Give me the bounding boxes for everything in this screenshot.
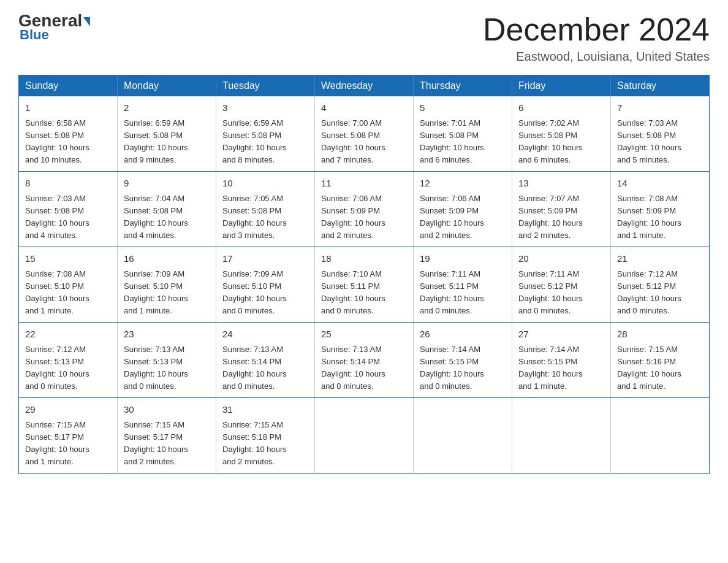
day-info: Sunrise: 6:58 AMSunset: 5:08 PMDaylight:… [25, 117, 111, 167]
day-number: 19 [420, 252, 506, 266]
day-of-week-header: Wednesday [315, 75, 414, 97]
calendar-day-cell: 12Sunrise: 7:06 AMSunset: 5:09 PMDayligh… [414, 172, 512, 247]
calendar-day-cell: 24Sunrise: 7:13 AMSunset: 5:14 PMDayligh… [216, 323, 315, 398]
calendar-day-cell: 10Sunrise: 7:05 AMSunset: 5:08 PMDayligh… [216, 172, 315, 247]
day-of-week-header: Thursday [414, 75, 512, 97]
calendar-week-row: 29Sunrise: 7:15 AMSunset: 5:17 PMDayligh… [19, 398, 710, 473]
calendar-day-cell [414, 398, 512, 473]
calendar-table: SundayMondayTuesdayWednesdayThursdayFrid… [18, 75, 710, 473]
calendar-day-cell: 18Sunrise: 7:10 AMSunset: 5:11 PMDayligh… [315, 247, 414, 323]
day-number: 5 [420, 101, 506, 115]
calendar-day-cell: 20Sunrise: 7:11 AMSunset: 5:12 PMDayligh… [512, 247, 611, 323]
calendar-day-cell: 11Sunrise: 7:06 AMSunset: 5:09 PMDayligh… [315, 172, 414, 247]
day-info: Sunrise: 7:10 AMSunset: 5:11 PMDaylight:… [321, 268, 407, 318]
calendar-week-row: 8Sunrise: 7:03 AMSunset: 5:08 PMDaylight… [19, 172, 710, 247]
day-number: 20 [518, 252, 604, 266]
day-number: 29 [25, 403, 111, 417]
day-info: Sunrise: 7:13 AMSunset: 5:14 PMDaylight:… [222, 343, 308, 393]
day-number: 11 [321, 177, 407, 191]
day-info: Sunrise: 7:15 AMSunset: 5:17 PMDaylight:… [124, 419, 210, 469]
calendar-day-cell: 6Sunrise: 7:02 AMSunset: 5:08 PMDaylight… [512, 96, 611, 172]
day-info: Sunrise: 7:00 AMSunset: 5:08 PMDaylight:… [321, 117, 407, 167]
calendar-day-cell: 29Sunrise: 7:15 AMSunset: 5:17 PMDayligh… [19, 398, 118, 473]
calendar-day-cell: 27Sunrise: 7:14 AMSunset: 5:15 PMDayligh… [512, 323, 611, 398]
calendar-day-cell: 1Sunrise: 6:58 AMSunset: 5:08 PMDaylight… [19, 96, 118, 172]
calendar-day-cell: 26Sunrise: 7:14 AMSunset: 5:15 PMDayligh… [414, 323, 512, 398]
day-info: Sunrise: 7:02 AMSunset: 5:08 PMDaylight:… [518, 117, 604, 167]
calendar-day-cell: 3Sunrise: 6:59 AMSunset: 5:08 PMDaylight… [216, 96, 315, 172]
page-header: General Blue December 2024 Eastwood, Lou… [18, 12, 710, 64]
day-of-week-header: Saturday [611, 75, 710, 97]
calendar-day-cell: 14Sunrise: 7:08 AMSunset: 5:09 PMDayligh… [611, 172, 710, 247]
calendar-week-row: 15Sunrise: 7:08 AMSunset: 5:10 PMDayligh… [19, 247, 710, 323]
calendar-day-cell: 23Sunrise: 7:13 AMSunset: 5:13 PMDayligh… [118, 323, 216, 398]
calendar-day-cell [611, 398, 710, 473]
day-info: Sunrise: 7:06 AMSunset: 5:09 PMDaylight:… [420, 193, 506, 242]
day-info: Sunrise: 7:06 AMSunset: 5:09 PMDaylight:… [321, 193, 407, 242]
logo: General Blue [18, 12, 90, 43]
day-info: Sunrise: 7:05 AMSunset: 5:08 PMDaylight:… [222, 193, 308, 242]
day-number: 31 [222, 403, 308, 417]
day-number: 9 [124, 177, 210, 191]
day-info: Sunrise: 7:13 AMSunset: 5:13 PMDaylight:… [124, 343, 210, 393]
calendar-day-cell: 17Sunrise: 7:09 AMSunset: 5:10 PMDayligh… [216, 247, 315, 323]
day-number: 4 [321, 101, 407, 115]
calendar-day-cell: 9Sunrise: 7:04 AMSunset: 5:08 PMDaylight… [118, 172, 216, 247]
day-number: 26 [420, 327, 506, 342]
day-number: 23 [124, 327, 210, 342]
day-info: Sunrise: 6:59 AMSunset: 5:08 PMDaylight:… [222, 117, 308, 167]
day-info: Sunrise: 7:03 AMSunset: 5:08 PMDaylight:… [617, 117, 703, 167]
day-info: Sunrise: 7:11 AMSunset: 5:11 PMDaylight:… [420, 268, 506, 318]
calendar-header-row: SundayMondayTuesdayWednesdayThursdayFrid… [19, 75, 710, 97]
day-info: Sunrise: 7:11 AMSunset: 5:12 PMDaylight:… [518, 268, 604, 318]
calendar-day-cell: 16Sunrise: 7:09 AMSunset: 5:10 PMDayligh… [118, 247, 216, 323]
day-number: 16 [124, 252, 210, 266]
day-number: 25 [321, 327, 407, 342]
day-number: 22 [25, 327, 111, 342]
day-of-week-header: Monday [118, 75, 216, 97]
calendar-day-cell: 31Sunrise: 7:15 AMSunset: 5:18 PMDayligh… [216, 398, 315, 473]
calendar-day-cell: 28Sunrise: 7:15 AMSunset: 5:16 PMDayligh… [611, 323, 710, 398]
day-of-week-header: Friday [512, 75, 611, 97]
title-block: December 2024 Eastwood, Louisiana, Unite… [483, 12, 710, 64]
day-number: 13 [518, 177, 604, 191]
day-of-week-header: Sunday [19, 75, 118, 97]
calendar-day-cell: 7Sunrise: 7:03 AMSunset: 5:08 PMDaylight… [611, 96, 710, 172]
day-number: 2 [124, 101, 210, 115]
day-info: Sunrise: 7:01 AMSunset: 5:08 PMDaylight:… [420, 117, 506, 167]
calendar-day-cell: 30Sunrise: 7:15 AMSunset: 5:17 PMDayligh… [118, 398, 216, 473]
day-info: Sunrise: 7:03 AMSunset: 5:08 PMDaylight:… [25, 193, 111, 242]
calendar-week-row: 22Sunrise: 7:12 AMSunset: 5:13 PMDayligh… [19, 323, 710, 398]
day-info: Sunrise: 7:15 AMSunset: 5:17 PMDaylight:… [25, 419, 111, 469]
calendar-day-cell: 13Sunrise: 7:07 AMSunset: 5:09 PMDayligh… [512, 172, 611, 247]
day-number: 18 [321, 252, 407, 266]
day-info: Sunrise: 7:15 AMSunset: 5:18 PMDaylight:… [222, 419, 308, 469]
day-number: 17 [222, 252, 308, 266]
calendar-day-cell: 8Sunrise: 7:03 AMSunset: 5:08 PMDaylight… [19, 172, 118, 247]
logo-text-blue: Blue [18, 27, 49, 43]
day-info: Sunrise: 7:07 AMSunset: 5:09 PMDaylight:… [518, 193, 604, 242]
location-subtitle: Eastwood, Louisiana, United States [483, 50, 710, 64]
calendar-day-cell: 25Sunrise: 7:13 AMSunset: 5:14 PMDayligh… [315, 323, 414, 398]
day-number: 12 [420, 177, 506, 191]
calendar-day-cell: 4Sunrise: 7:00 AMSunset: 5:08 PMDaylight… [315, 96, 414, 172]
day-number: 7 [617, 101, 703, 115]
day-number: 1 [25, 101, 111, 115]
calendar-day-cell: 21Sunrise: 7:12 AMSunset: 5:12 PMDayligh… [611, 247, 710, 323]
day-number: 8 [25, 177, 111, 191]
calendar-day-cell [512, 398, 611, 473]
day-info: Sunrise: 7:12 AMSunset: 5:12 PMDaylight:… [617, 268, 703, 318]
day-info: Sunrise: 7:08 AMSunset: 5:09 PMDaylight:… [617, 193, 703, 242]
day-number: 15 [25, 252, 111, 266]
day-number: 10 [222, 177, 308, 191]
day-info: Sunrise: 7:12 AMSunset: 5:13 PMDaylight:… [25, 343, 111, 393]
day-info: Sunrise: 7:09 AMSunset: 5:10 PMDaylight:… [124, 268, 210, 318]
calendar-week-row: 1Sunrise: 6:58 AMSunset: 5:08 PMDaylight… [19, 96, 710, 172]
month-year-title: December 2024 [483, 12, 710, 47]
calendar-day-cell: 22Sunrise: 7:12 AMSunset: 5:13 PMDayligh… [19, 323, 118, 398]
day-number: 3 [222, 101, 308, 115]
day-number: 14 [617, 177, 703, 191]
day-number: 30 [124, 403, 210, 417]
day-number: 6 [518, 101, 604, 115]
day-info: Sunrise: 7:14 AMSunset: 5:15 PMDaylight:… [518, 343, 604, 393]
